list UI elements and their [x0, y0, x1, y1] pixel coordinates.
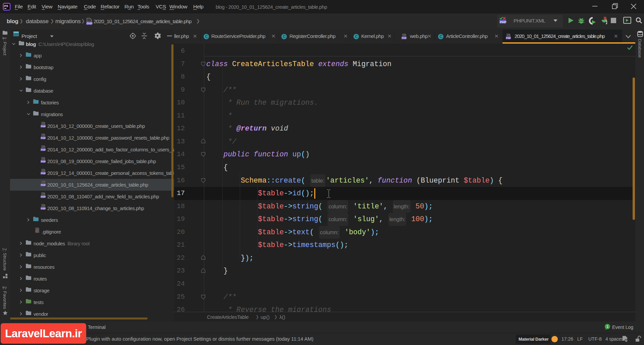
svg-text:1: 1: [606, 325, 608, 329]
svg-text:PHP: PHP: [500, 20, 506, 24]
svg-text:PS: PS: [4, 4, 8, 8]
svg-text:PHP: PHP: [87, 22, 93, 25]
